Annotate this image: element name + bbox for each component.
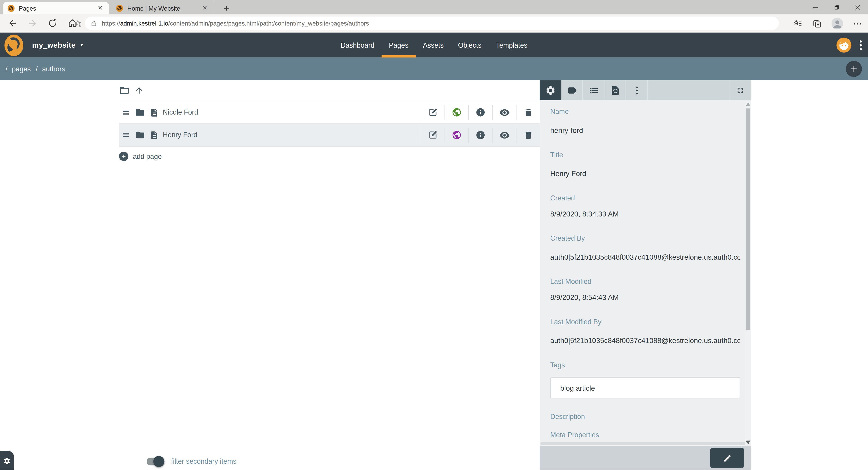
- panel-scrollbar[interactable]: [745, 100, 750, 446]
- add-button[interactable]: [846, 61, 862, 77]
- info-button[interactable]: [468, 127, 492, 143]
- field-label: Meta Properties: [550, 431, 740, 439]
- tab-list[interactable]: [583, 80, 604, 100]
- tags-input[interactable]: blog article: [550, 377, 740, 398]
- delete-button[interactable]: [516, 105, 539, 120]
- filter-bar: filter secondary items: [147, 458, 237, 465]
- preview-button[interactable]: [492, 105, 516, 120]
- bug-icon: [3, 456, 11, 465]
- plus-circle-icon: [119, 152, 129, 161]
- nav-dashboard[interactable]: Dashboard: [333, 33, 381, 57]
- nav-templates[interactable]: Templates: [489, 33, 535, 57]
- scrollbar-thumb[interactable]: [746, 108, 750, 330]
- edit-page-button[interactable]: [421, 127, 444, 143]
- toggle-knob[interactable]: [153, 456, 164, 467]
- horizontal-scrollbar[interactable]: [540, 442, 746, 445]
- browser-tab-home[interactable]: Home | My Website ✕: [111, 2, 214, 14]
- favorite-star-add-icon[interactable]: [74, 20, 82, 28]
- delete-button[interactable]: [516, 127, 539, 143]
- drag-handle-icon[interactable]: [123, 131, 129, 139]
- header-menu-icon[interactable]: [857, 39, 865, 52]
- drag-handle-icon[interactable]: [123, 109, 129, 116]
- plus-icon: [121, 153, 127, 159]
- scroll-up-icon[interactable]: [745, 101, 750, 107]
- browser-profile-avatar[interactable]: [831, 18, 843, 29]
- address-bar[interactable]: https://admin.kestrel-1.io/content/admin…: [85, 17, 779, 30]
- content: Nicole Ford Henry Ford: [0, 80, 868, 470]
- expand-panel-button[interactable]: [730, 80, 751, 100]
- breadcrumb: / pages / authors: [0, 58, 868, 80]
- collections-icon[interactable]: [812, 19, 822, 29]
- globe-icon: [452, 130, 462, 140]
- reload-icon[interactable]: [48, 18, 58, 28]
- field-label: Created By: [550, 234, 740, 243]
- info-icon: [475, 107, 486, 117]
- restore-button[interactable]: [826, 0, 847, 14]
- page-row-nicole-ford[interactable]: Nicole Ford: [119, 101, 540, 124]
- tab-tags[interactable]: [561, 80, 583, 100]
- eye-icon: [499, 130, 510, 140]
- tab-properties[interactable]: [540, 80, 561, 100]
- field-tags: Tags blog article: [550, 361, 740, 398]
- close-window-button[interactable]: [847, 0, 868, 14]
- nav-assets[interactable]: Assets: [416, 33, 451, 57]
- filter-toggle[interactable]: [147, 458, 163, 465]
- field-value: henry-ford: [550, 126, 740, 134]
- nav-objects[interactable]: Objects: [451, 33, 489, 57]
- browser-toolbar: https://admin.kestrel-1.io/content/admin…: [0, 14, 868, 33]
- row-actions: [421, 127, 540, 143]
- restore-icon: [833, 4, 840, 11]
- site-favicon: [7, 4, 15, 12]
- field-label: Description: [550, 413, 740, 421]
- folder-up-icon[interactable]: [119, 85, 130, 96]
- publish-status-button[interactable]: [445, 105, 468, 120]
- field-last-modified-by: Last Modified By auth0|5f21b1035c848f003…: [550, 318, 740, 345]
- page-row-henry-ford[interactable]: Henry Ford: [119, 124, 540, 147]
- field-name: Name henry-ford: [550, 108, 740, 135]
- panel-tabs-spacer: [648, 80, 730, 100]
- back-icon[interactable]: [8, 18, 18, 28]
- add-page-button[interactable]: add page: [119, 152, 540, 161]
- breadcrumb-slash: /: [5, 65, 7, 73]
- field-label: Name: [550, 108, 740, 116]
- arrow-up-icon[interactable]: [134, 86, 144, 95]
- nav-pages[interactable]: Pages: [381, 33, 415, 57]
- favorites-bar-icon[interactable]: [793, 19, 803, 29]
- publish-status-button[interactable]: [445, 127, 468, 143]
- minimize-button[interactable]: [805, 0, 826, 14]
- new-tab-button[interactable]: [221, 3, 231, 13]
- forward-icon[interactable]: [28, 18, 37, 28]
- edit-page-button[interactable]: [421, 105, 444, 120]
- edit-properties-button[interactable]: [710, 448, 744, 468]
- edit-icon: [428, 130, 438, 140]
- tab-close-icon[interactable]: ✕: [96, 4, 105, 12]
- page-icon: [149, 107, 159, 117]
- plus-icon: [222, 4, 230, 12]
- screen: Pages ✕ Home | My Website ✕ https://admi…: [0, 0, 868, 470]
- user-avatar[interactable]: [836, 38, 851, 53]
- field-value: 8/9/2020, 8:54:43 AM: [550, 293, 740, 302]
- breadcrumb-pages[interactable]: pages: [12, 65, 31, 73]
- browser-menu-icon[interactable]: [852, 19, 862, 29]
- site-name[interactable]: my_website: [32, 41, 75, 49]
- preview-button[interactable]: [492, 127, 516, 143]
- browser-tab-pages[interactable]: Pages ✕: [3, 2, 109, 14]
- breadcrumb-authors[interactable]: authors: [42, 65, 65, 73]
- kestrel-logo[interactable]: [3, 33, 25, 57]
- tab-more[interactable]: [626, 80, 648, 100]
- panel-body: Name henry-ford Title Henry Ford Created…: [540, 100, 751, 446]
- trash-icon: [524, 130, 533, 140]
- panel-tabs: [540, 80, 751, 100]
- tab-close-icon[interactable]: ✕: [200, 4, 209, 12]
- tab-versions[interactable]: [604, 80, 626, 100]
- gear-icon: [545, 85, 556, 96]
- info-button[interactable]: [468, 105, 492, 120]
- main-nav: Dashboard Pages Assets Objects Templates: [333, 33, 535, 57]
- app-header: my_website ▾ Dashboard Pages Assets Obje…: [0, 33, 868, 57]
- field-title: Title Henry Ford: [550, 151, 740, 178]
- url-host: admin.kestrel-1.io: [120, 20, 168, 26]
- scroll-down-icon[interactable]: [745, 439, 750, 445]
- site-caret-icon[interactable]: ▾: [81, 43, 83, 48]
- debug-badge[interactable]: [0, 451, 14, 470]
- list-toolbar: [119, 80, 540, 101]
